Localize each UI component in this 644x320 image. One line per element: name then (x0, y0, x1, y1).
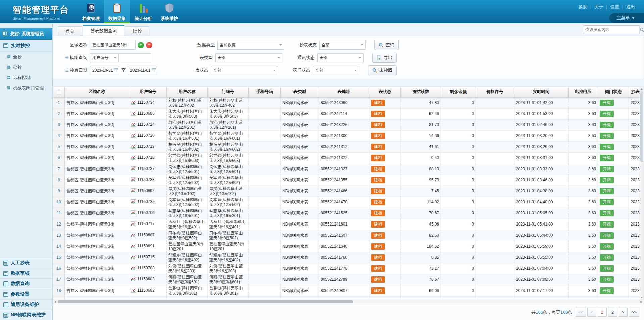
scroll-up-icon[interactable]: ▲ (640, 87, 644, 91)
col-door-no[interactable]: 门牌号 (208, 87, 249, 97)
table-row[interactable]: 14 曾都区-碧桂园翠山蓝天3街 11150691 碧桂园翠山蓝天3街10座20… (53, 241, 640, 252)
table-row[interactable]: 9 曾都区-碧桂园翠山蓝天3街 11150692 戚岚(碧桂园翠山蓝天3街10座… (53, 186, 640, 197)
nav-maintenance[interactable]: 系统维护 (156, 0, 182, 23)
export-button[interactable]: x 导出 (372, 53, 397, 63)
sidebar-item-batch-read[interactable]: 批抄 (0, 62, 52, 72)
table-row[interactable]: 2 曾都区-碧桂园翠山蓝天3街 11150686 朱大庆(碧桂园翠山蓝天3街8座… (53, 108, 640, 119)
col-area[interactable]: 区域名称 (65, 87, 129, 97)
read-status-select[interactable]: 全部 (319, 41, 366, 50)
sidebar-section-realtime-reading[interactable]: 实时抄控 (0, 40, 52, 52)
vertical-scrollbar[interactable]: ▲ ▼ (640, 87, 644, 300)
horizontal-scroll-thumb[interactable] (58, 300, 353, 303)
fuzzy-query-input[interactable] (119, 53, 151, 62)
link-skin[interactable]: 换肤 (579, 4, 587, 9)
link-logout[interactable]: 退出 (626, 4, 635, 9)
table-row[interactable]: 12 曾都区-碧桂园翠山蓝天3街 11150717 孟秋月（碧桂园翠山蓝天3街1… (53, 219, 640, 230)
col-meter-type[interactable]: 表类型 (281, 87, 319, 97)
link-settings[interactable]: 设置 (610, 4, 619, 9)
horizontal-scrollbar[interactable]: ◀ ▶ (53, 300, 644, 304)
data-type-select[interactable]: 当前数据 (217, 41, 284, 50)
sidebar-item-mech-valve-mgmt[interactable]: 机械表阀门管理 (0, 83, 52, 93)
chart-icon[interactable] (131, 244, 136, 250)
sidebar-item-manual-reading[interactable]: 人工抄表 (0, 258, 52, 268)
calendar-icon[interactable] (152, 68, 156, 73)
area-name-input[interactable] (90, 41, 136, 50)
scroll-left-icon[interactable]: ◀ (53, 300, 57, 304)
table-row[interactable]: 13 曾都区-碧桂园翠山蓝天3街 11150687 田冬梅(碧桂园翠山蓝天3街8… (53, 230, 640, 241)
nav-data-collection[interactable]: 数据采集 (104, 0, 130, 23)
chart-icon[interactable] (131, 288, 136, 294)
table-row[interactable]: 18 曾都区-碧桂园翠山蓝天3街 11150682 曾鹏傲(碧桂园翠山蓝天3街8… (53, 285, 640, 296)
table-row[interactable]: 16 曾都区-碧桂园翠山蓝天3街 11150708 刘俊(碧桂园翠山蓝天3街16… (53, 263, 640, 274)
col-frozen-reading[interactable]: 冻结读数 (401, 87, 441, 97)
first-page-button[interactable]: << (576, 308, 586, 317)
table-row[interactable]: 1 曾都区-碧桂园翠山蓝天3街 11150734 刘权(碧桂园翠山蓝天3街12座… (53, 97, 640, 108)
table-row[interactable]: 8 曾都区-碧桂园翠山蓝天3街 11150738 吴军娜(碧桂园翠山蓝天3街12… (53, 175, 640, 186)
nav-statistics[interactable]: 统计分析 (130, 0, 156, 23)
chart-icon[interactable] (131, 277, 136, 283)
col-meter-addr[interactable]: 表地址 (319, 87, 369, 97)
tab-meter-data-query[interactable]: 抄表数据查询 (83, 25, 124, 36)
fuzzy-field-select[interactable]: 用户编号 (90, 53, 119, 62)
chart-icon[interactable] (131, 166, 136, 172)
chart-icon[interactable] (131, 122, 136, 128)
col-user-name[interactable]: 用户名称 (167, 87, 208, 97)
col-user-no[interactable]: 用户编号 (129, 87, 167, 97)
search-icon[interactable] (639, 26, 644, 34)
table-row[interactable]: 7 曾都区-碧桂园翠山蓝天3街 11150737 周运忠(碧桂园翠山蓝天3街12… (53, 164, 640, 175)
table-row[interactable]: 3 曾都区-碧桂园翠山蓝天3街 11150724 殷浩(碧桂园翠山蓝天3街12座… (53, 119, 640, 130)
chart-icon[interactable] (131, 155, 136, 161)
table-row[interactable]: 5 曾都区-碧桂园翠山蓝天3街 11150719 柏伟星(碧桂园翠山蓝天3街16… (53, 141, 640, 152)
select-all-header[interactable] (53, 87, 65, 97)
chart-icon[interactable] (131, 221, 136, 228)
link-about[interactable]: 关于 (594, 4, 603, 9)
page-1-button[interactable]: 1 (598, 308, 607, 317)
chart-icon[interactable] (131, 177, 136, 183)
chart-icon[interactable] (131, 144, 136, 150)
col-read-time[interactable]: 抄表时间 (629, 87, 640, 97)
chart-icon[interactable] (131, 255, 136, 261)
chart-icon[interactable] (131, 199, 136, 205)
table-row[interactable]: 10 曾都区-碧桂园翠山蓝天3街 11150735 周本智(碧桂园翠山蓝天3街1… (53, 197, 640, 208)
meter-status-select[interactable]: 全部 (211, 66, 278, 75)
col-valve-status[interactable]: 阀门状态 (598, 87, 629, 97)
quick-search-input[interactable] (583, 27, 639, 32)
calendar-icon[interactable] (114, 68, 118, 73)
col-balance[interactable]: 剩余金额 (441, 87, 476, 97)
tab-home[interactable]: 首页 (58, 26, 82, 36)
chart-icon[interactable] (131, 188, 136, 194)
query-button[interactable]: 查询 (374, 40, 399, 50)
col-price-no[interactable]: 价格序号 (476, 87, 514, 97)
chart-icon[interactable] (131, 133, 136, 139)
comm-status-select[interactable]: 全部 (317, 53, 364, 62)
table-row[interactable]: 15 曾都区-碧桂园翠山蓝天3街 11150715 邹耀东(碧桂园翠山蓝天3街1… (53, 252, 640, 263)
chart-icon[interactable] (131, 210, 136, 216)
tab-batch-read[interactable]: 批抄 (125, 26, 149, 36)
sidebar-item-data-audit[interactable]: 数据审核 (0, 268, 52, 278)
col-meter-status[interactable]: 表状态 (369, 87, 401, 97)
sidebar-item-nb-meter-maintenance[interactable]: NB物联网表维护 (0, 310, 52, 320)
table-row[interactable]: 17 曾都区-碧桂园翠山蓝天3街 11150683 何巍(碧桂园翠山蓝天3街8座… (53, 274, 640, 285)
meter-type-select[interactable]: 全部 (215, 53, 282, 62)
col-phone[interactable]: 手机号码 (249, 87, 281, 97)
table-row[interactable]: 4 曾都区-碧桂园翠山蓝天3街 11150720 彭学义(碧桂园翠山蓝天3街16… (53, 130, 640, 141)
table-row[interactable]: 6 曾都区-碧桂园翠山蓝天3街 11150718 郭世强(碧桂园翠山蓝天3街16… (53, 152, 640, 164)
sidebar-item-remote-control[interactable]: 远程控制 (0, 72, 52, 83)
next-page-button[interactable]: > (619, 308, 628, 317)
remove-area-button[interactable]: − (146, 42, 152, 48)
chart-icon[interactable] (131, 111, 136, 117)
chart-icon[interactable] (131, 233, 136, 239)
chart-icon[interactable] (131, 266, 136, 272)
table-row[interactable]: 王俊(碧桂园翠山蓝 王俊(碧桂园翠山蓝 (53, 296, 640, 300)
scroll-right-icon[interactable]: ▶ (639, 300, 644, 304)
sidebar-item-read-all[interactable]: 全抄 (0, 52, 52, 62)
add-area-button[interactable]: + (138, 42, 144, 48)
scroll-down-icon[interactable]: ▼ (640, 296, 644, 300)
table-row[interactable]: 11 曾都区-碧桂园翠山蓝天3街 11150709 马志华(碧桂园翠山蓝天3街1… (53, 208, 640, 219)
last-page-button[interactable]: >> (629, 308, 639, 317)
chart-icon[interactable] (131, 100, 136, 106)
col-realtime[interactable]: 实时时间 (514, 87, 569, 97)
valve-status-select[interactable]: 全部 (313, 66, 359, 75)
nav-archive[interactable]: @ 档案管理 (78, 0, 104, 23)
vertical-scroll-thumb[interactable] (640, 91, 643, 162)
